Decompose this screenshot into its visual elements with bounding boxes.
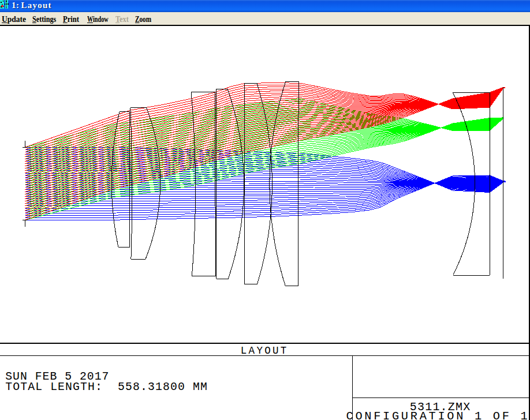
svg-text:TOTAL LENGTH: 558.31800 MM: TOTAL LENGTH: 558.31800 MM	[5, 381, 208, 393]
svg-text:LAYOUT: LAYOUT	[241, 345, 289, 357]
svg-text:CONFIGURATION 1 OF 1: CONFIGURATION 1 OF 1	[346, 410, 530, 420]
